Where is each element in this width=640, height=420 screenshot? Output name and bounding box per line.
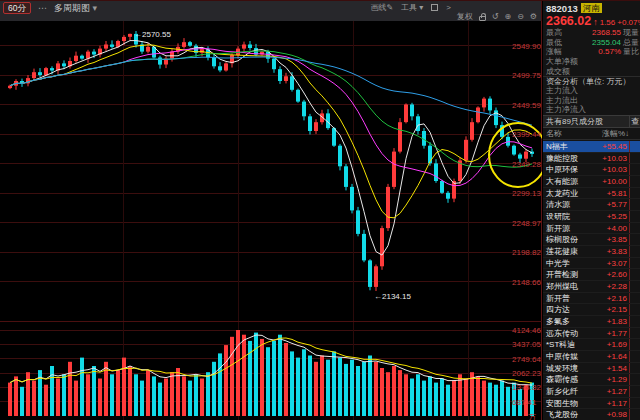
list-item[interactable]: 新开源+4.00	[543, 223, 640, 235]
stock-extra-cell	[629, 269, 640, 280]
stock-extra-cell	[629, 328, 640, 339]
stock-change: +1.83	[593, 317, 627, 326]
more-icon[interactable]: ⋯	[38, 3, 47, 13]
main-candlestick-chart[interactable]: ←2570.55←2134.152549.902499.752449.59239…	[0, 21, 542, 321]
stock-extra-cell	[629, 234, 640, 245]
list-item[interactable]: 棕榈股份+3.85	[543, 234, 640, 246]
list-item[interactable]: 设研院+5.25	[543, 211, 640, 223]
stock-change: +1.29	[593, 375, 627, 384]
multi-period-dropdown[interactable]: 多周期图 ▾	[54, 2, 97, 15]
list-item[interactable]: 森霸传感+1.29	[543, 374, 640, 386]
list-item[interactable]: *ST科迪+1.69	[543, 339, 640, 351]
settings-gear-icon[interactable]: ⚙	[530, 12, 537, 21]
symbol-code: 882013	[546, 3, 578, 14]
quote-panel: 882013 河南 2366.02 ↑ 1.56 +0.07% 最高2368.5…	[543, 1, 640, 420]
list-item[interactable]: 多氟多+1.83	[543, 316, 640, 328]
list-item[interactable]: 莲花健康+3.83	[543, 246, 640, 258]
pencil-icon: ✎	[386, 3, 393, 12]
lock-icon[interactable]	[479, 16, 486, 21]
column-header-name[interactable]: 名称	[543, 128, 595, 139]
zoom-in-icon[interactable]: ⊕	[504, 12, 511, 21]
stock-name: 新乡化纤	[543, 386, 593, 397]
stock-extra-cell	[629, 304, 640, 315]
svg-text:2299.13: 2299.13	[512, 189, 541, 198]
stock-extra-cell	[629, 258, 640, 269]
stock-name: 森霸传感	[543, 374, 593, 385]
svg-text:2399.44: 2399.44	[512, 130, 541, 139]
svg-text:2449.59: 2449.59	[512, 101, 541, 110]
stock-name: 开普检测	[543, 269, 593, 280]
stock-app-window: 60分 ⋯ 多周期图 ▾ 画线✎ 工具 ▾ > 复权 ↺ ⊕ ⊖ ⚙ ←2570…	[0, 0, 640, 420]
ma30-line	[10, 51, 532, 167]
list-item[interactable]: 开普检测+2.60	[543, 269, 640, 281]
stock-change: +55.45	[593, 142, 627, 151]
stock-change: +2.16	[593, 294, 627, 303]
stock-extra-cell	[629, 374, 640, 385]
svg-text:1374.82: 1374.82	[512, 383, 541, 392]
list-item[interactable]: 中光学+3.07	[543, 258, 640, 270]
stock-name: 四方达	[543, 304, 593, 315]
stock-change: +1.64	[593, 352, 627, 361]
stock-extra-cell	[629, 409, 640, 420]
list-item[interactable]: 中原环保+10.03	[543, 164, 640, 176]
list-item[interactable]: 安图生物+1.17	[543, 398, 640, 410]
list-item[interactable]: 豫能控股+10.03	[543, 153, 640, 165]
column-header-change[interactable]: 涨幅%↓	[595, 128, 629, 139]
list-item[interactable]: 四方达+2.15	[543, 304, 640, 316]
adjust-mode-button[interactable]: 复权	[457, 12, 473, 21]
stock-extra-cell	[629, 188, 640, 199]
ma60-line	[10, 57, 532, 125]
list-item[interactable]: 飞龙股份+0.98	[543, 409, 640, 420]
stock-name: 棕榈股份	[543, 234, 593, 245]
stock-change: +5.77	[593, 200, 627, 209]
quote-label: 成交额	[546, 66, 570, 77]
stock-extra-cell	[629, 223, 640, 234]
list-item[interactable]: 中原传媒+1.64	[543, 351, 640, 363]
view-all-button[interactable]: 查	[629, 116, 640, 127]
zoom-out-icon[interactable]: ⊖	[517, 12, 524, 21]
svg-text:687.41: 687.41	[512, 398, 537, 407]
volume-chart[interactable]: 4124.463437.052749.642062.231374.82687.4…	[0, 321, 542, 420]
stock-name: 安图生物	[543, 398, 593, 409]
stock-name: 大有能源	[543, 176, 593, 187]
quote-row: 成交额	[543, 66, 640, 76]
stock-name: 多氟多	[543, 316, 593, 327]
period-60min-button[interactable]: 60分	[3, 2, 31, 14]
svg-text:2349.28: 2349.28	[512, 160, 541, 169]
stock-extra-cell	[629, 386, 640, 397]
stock-extra-cell	[629, 141, 640, 152]
price-axis-labels: 2549.902499.752449.592399.442349.282299.…	[512, 42, 541, 287]
tools-dropdown[interactable]: 工具 ▾	[401, 3, 423, 12]
stock-change: +2.15	[593, 305, 627, 314]
chevron-down-icon: ▾	[419, 3, 423, 12]
stock-change: +2.28	[593, 282, 627, 291]
list-item[interactable]: 清水源+5.77	[543, 199, 640, 211]
list-item[interactable]: 郑州煤电+2.28	[543, 281, 640, 293]
stock-change: +10.00	[593, 177, 627, 186]
list-item[interactable]: N福丰+55.45	[543, 141, 640, 153]
list-item[interactable]: 新乡化纤+1.27	[543, 386, 640, 398]
list-item[interactable]: 太龙药业+5.81	[543, 188, 640, 200]
list-item[interactable]: 新开普+2.16	[543, 293, 640, 305]
refresh-icon[interactable]: ↺	[492, 12, 499, 21]
list-item[interactable]: 城发环境+1.54	[543, 363, 640, 375]
stock-extra-cell	[629, 199, 640, 210]
collapse-panel-icon[interactable]: >	[446, 3, 451, 12]
fullscreen-icon[interactable]	[431, 4, 438, 11]
stock-extra-cell	[629, 153, 640, 164]
list-item[interactable]: 远东传动+1.77	[543, 328, 640, 340]
symbol-name-badge[interactable]: 河南	[581, 3, 602, 13]
list-item[interactable]: 大有能源+10.00	[543, 176, 640, 188]
constituent-list: N福丰+55.45豫能控股+10.03中原环保+10.03大有能源+10.00太…	[543, 141, 640, 420]
high-annotation: ←2570.55	[134, 30, 171, 39]
draw-line-button[interactable]: 画线✎	[370, 3, 393, 12]
last-price: 2366.02	[546, 14, 591, 28]
quote-value: 2355.04	[562, 38, 623, 47]
svg-text:2198.82: 2198.82	[512, 248, 541, 257]
stock-change: +1.27	[593, 387, 627, 396]
stock-name: 城发环境	[543, 363, 593, 374]
quote-fields: 最高2368.55现量最低2355.04总量涨幅0.57%量比大单净额成交额资金…	[543, 28, 640, 115]
stock-name: 清水源	[543, 199, 593, 210]
stock-name: 新开源	[543, 223, 593, 234]
price-change-pct: +0.07%	[617, 18, 640, 27]
